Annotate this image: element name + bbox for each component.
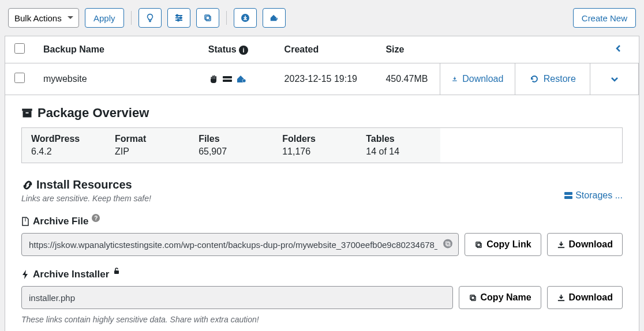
archive-file-heading: Archive File ? xyxy=(21,216,623,227)
svg-rect-21 xyxy=(470,295,474,299)
copy-icon xyxy=(203,13,212,22)
tables-value: 14 of 14 xyxy=(366,146,431,157)
restore-action[interactable]: Restore xyxy=(515,63,590,95)
apply-button[interactable]: Apply xyxy=(85,8,124,28)
column-header-created[interactable]: Created xyxy=(275,36,377,63)
unlock-icon xyxy=(113,267,121,275)
overview-grid: WordPress 6.4.2 Format ZIP Files 65,907 … xyxy=(21,127,623,163)
status-icons xyxy=(208,74,266,84)
svg-point-14 xyxy=(443,239,452,249)
svg-rect-4 xyxy=(205,15,209,20)
database-icon xyxy=(222,74,233,84)
format-label: Format xyxy=(115,134,180,144)
copy-name-button[interactable]: Copy Name xyxy=(459,286,541,309)
copy-inline-icon[interactable] xyxy=(443,239,453,251)
archive-installer-heading: Archive Installer xyxy=(21,269,623,280)
restore-icon xyxy=(530,74,539,84)
column-header-status: Status i xyxy=(199,36,275,63)
lightbulb-icon xyxy=(145,13,155,22)
svg-point-8 xyxy=(242,79,246,82)
folders-value: 11,176 xyxy=(282,146,347,157)
chevron-down-icon xyxy=(611,75,619,83)
svg-point-0 xyxy=(176,15,178,17)
archive-file-input[interactable] xyxy=(21,233,459,256)
download-installer-button[interactable]: Download xyxy=(547,286,623,309)
files-value: 65,907 xyxy=(199,146,264,157)
link-icon xyxy=(21,179,34,191)
column-header-actions xyxy=(440,36,639,63)
hand-icon xyxy=(208,74,219,84)
svg-point-1 xyxy=(179,17,181,19)
svg-rect-13 xyxy=(564,196,572,199)
footer-hint: These links contain highly sensitive dat… xyxy=(21,315,623,324)
size-cell: 450.47MB xyxy=(376,63,440,95)
create-new-button[interactable]: Create New xyxy=(573,8,636,28)
svg-rect-11 xyxy=(26,112,29,114)
separator xyxy=(226,11,227,25)
house-flame-icon xyxy=(269,13,279,22)
storages-link[interactable]: Storages ... xyxy=(564,190,623,201)
server-icon xyxy=(564,191,573,200)
svg-rect-20 xyxy=(471,296,475,300)
wordpress-value: 6.4.2 xyxy=(31,146,96,157)
backups-table: Backup Name Status i Created Size mywebs… xyxy=(5,36,639,95)
copy-icon xyxy=(469,294,477,302)
recovery-button[interactable] xyxy=(263,8,286,28)
chevron-left-icon[interactable] xyxy=(615,44,623,52)
download-icon xyxy=(452,74,458,84)
help-icon[interactable]: ? xyxy=(92,214,100,222)
install-hint: Links are sensitive. Keep them safe! xyxy=(21,194,623,203)
download-archive-button[interactable]: Download xyxy=(547,233,623,256)
templates-button[interactable] xyxy=(196,8,219,28)
tables-label: Tables xyxy=(366,134,431,144)
bulk-actions-select[interactable]: Bulk Actions xyxy=(8,8,79,28)
svg-rect-19 xyxy=(114,270,119,274)
file-archive-icon xyxy=(21,217,29,226)
sliders-icon xyxy=(174,13,184,22)
expand-toggle[interactable] xyxy=(590,63,639,95)
download-icon xyxy=(557,294,566,302)
install-resources-heading: Install Resources xyxy=(21,178,623,191)
download-circle-icon xyxy=(241,13,250,22)
table-row: mywebsite 2023-12-15 19:19 450.47MB Down… xyxy=(5,63,639,95)
house-flame-icon xyxy=(236,74,246,84)
backup-name-cell: mywebsite xyxy=(34,63,199,95)
copy-icon xyxy=(474,240,483,249)
copy-link-button[interactable]: Copy Link xyxy=(465,233,541,256)
files-label: Files xyxy=(199,134,264,144)
download-icon xyxy=(557,240,566,249)
svg-rect-12 xyxy=(564,192,572,195)
download-action[interactable]: Download xyxy=(440,63,515,95)
column-header-name[interactable]: Backup Name xyxy=(34,36,199,63)
package-overview-heading: Package Overview xyxy=(21,106,623,121)
import-button[interactable] xyxy=(234,8,257,28)
svg-rect-3 xyxy=(206,16,211,21)
svg-point-2 xyxy=(177,20,179,21)
row-checkbox[interactable] xyxy=(14,73,25,83)
bolt-icon xyxy=(21,270,29,279)
column-header-size[interactable]: Size xyxy=(376,36,440,63)
svg-rect-6 xyxy=(223,76,232,78)
package-details-panel: Package Overview WordPress 6.4.2 Format … xyxy=(5,95,639,331)
svg-rect-18 xyxy=(476,242,481,246)
separator xyxy=(131,11,132,25)
svg-rect-9 xyxy=(22,109,32,111)
created-cell: 2023-12-15 19:19 xyxy=(275,63,377,95)
svg-rect-10 xyxy=(23,111,32,117)
format-value: ZIP xyxy=(115,146,180,157)
archive-icon xyxy=(21,107,33,119)
settings-button[interactable] xyxy=(167,8,190,28)
folders-label: Folders xyxy=(282,134,347,144)
lightbulb-button[interactable] xyxy=(138,8,162,28)
select-all-checkbox[interactable] xyxy=(14,43,25,54)
svg-rect-7 xyxy=(223,80,232,82)
archive-installer-input[interactable] xyxy=(21,286,453,309)
svg-rect-17 xyxy=(477,243,482,247)
wordpress-label: WordPress xyxy=(31,134,96,144)
info-icon[interactable]: i xyxy=(239,46,248,55)
